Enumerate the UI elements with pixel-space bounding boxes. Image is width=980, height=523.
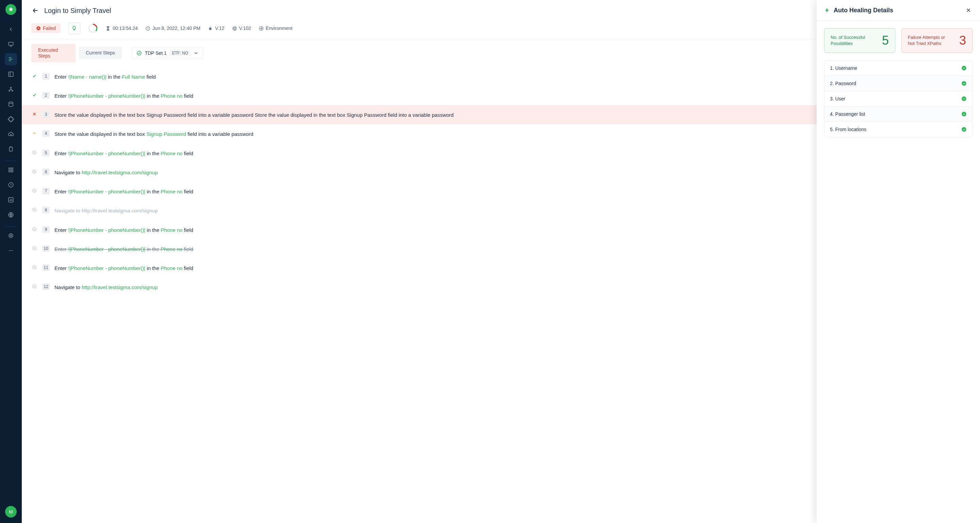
tdp-selector[interactable]: TDP Set 1 ETF: NO: [131, 47, 204, 59]
progress-ring: [88, 23, 98, 33]
avatar[interactable]: M: [5, 506, 17, 518]
step-status-icon: [31, 73, 37, 78]
app-logo[interactable]: [5, 4, 16, 15]
arrow-left-icon: [32, 7, 39, 14]
success-stat-card: No. of Successful Possbilities 5: [824, 28, 895, 53]
check-circle-icon: [961, 96, 967, 102]
etf-badge: ETF: NO: [169, 50, 191, 56]
heal-item[interactable]: 3. User: [824, 91, 972, 107]
step-link[interactable]: Phone no: [161, 246, 182, 252]
step-link[interactable]: !|PhoneNumber - phoneNumber()|: [68, 189, 145, 195]
environment[interactable]: Environment: [259, 26, 293, 31]
step-status-icon: [31, 227, 37, 231]
tab-executed-steps[interactable]: Executed Steps: [31, 44, 76, 62]
step-link[interactable]: !|PhoneNumber - phoneNumber()|: [68, 150, 145, 156]
drawer-stats: No. of Successful Possbilities 5 Failure…: [817, 21, 980, 60]
check-circle-icon: [961, 127, 967, 132]
datetime: Jun 8, 2022, 12:40 PM: [145, 26, 200, 31]
step-status-icon: [31, 169, 37, 174]
target-icon: [8, 233, 14, 239]
heal-item-label: 2. Password: [830, 81, 856, 86]
os-version: V.12: [208, 26, 224, 31]
clock-icon: [145, 26, 150, 31]
step-link[interactable]: !|PhoneNumber - phoneNumber()|: [68, 93, 145, 99]
heal-item-label: 4. Passenger list: [830, 112, 865, 117]
hint-button[interactable]: [68, 22, 80, 34]
svg-point-39: [962, 66, 966, 70]
sidebar-panels[interactable]: [5, 68, 17, 80]
sidebar-divider: [5, 161, 16, 161]
svg-rect-8: [11, 168, 13, 169]
success-stat-label: No. of Successful Possbilities: [830, 34, 872, 46]
heal-item[interactable]: 1. Username: [824, 60, 972, 76]
svg-point-18: [12, 250, 13, 251]
sidebar-runs[interactable]: [5, 53, 17, 65]
page-title: Login to Simply Travel: [44, 7, 929, 14]
step-link[interactable]: Phone no: [161, 93, 182, 99]
sidebar-back[interactable]: [5, 23, 17, 35]
sidebar-reports[interactable]: [5, 143, 17, 155]
step-link[interactable]: !|PhoneNumber - phoneNumber()|: [68, 227, 145, 233]
fail-stat-card: Failure Attempts or Not Tried XPaths 3: [901, 28, 972, 53]
sidebar-more[interactable]: [5, 244, 17, 257]
heal-item[interactable]: 4. Passenger list: [824, 106, 972, 122]
success-stat-value: 5: [882, 33, 889, 48]
heal-item[interactable]: 2. Password: [824, 76, 972, 91]
sidebar-globe[interactable]: [5, 209, 17, 221]
sidebar-activity[interactable]: [5, 179, 17, 191]
sidebar-dashboard[interactable]: [5, 38, 17, 50]
os-version-value: V.12: [215, 26, 224, 31]
svg-rect-7: [9, 168, 11, 169]
status-label: Failed: [43, 26, 56, 31]
sidebar-apps[interactable]: [5, 164, 17, 176]
database-icon: [8, 101, 14, 107]
step-link[interactable]: !|PhoneNumber - phoneNumber()|: [68, 265, 145, 271]
svg-rect-6: [10, 147, 13, 151]
step-link[interactable]: Phone no: [161, 265, 182, 271]
step-link[interactable]: http://travel.testsigma.com/signup: [82, 284, 158, 290]
step-status-icon: [31, 188, 37, 193]
step-link[interactable]: Full Name: [122, 74, 145, 80]
step-number: 10: [42, 245, 50, 252]
step-link[interactable]: http://travel.testsigma.com/signup: [82, 169, 158, 175]
sidebar-plugins[interactable]: [5, 113, 17, 125]
svg-point-2: [9, 90, 10, 91]
back-button[interactable]: [31, 6, 40, 14]
step-link[interactable]: Signup Password: [146, 131, 186, 137]
step-link[interactable]: Phone no: [161, 227, 182, 233]
clipboard-icon: [8, 146, 14, 152]
puzzle-icon: [8, 116, 14, 122]
auto-heal-drawer: Auto Healing Details No. of Successful P…: [817, 0, 980, 523]
svg-rect-10: [11, 171, 13, 172]
step-link[interactable]: Phone no: [161, 150, 182, 156]
svg-point-4: [11, 87, 11, 88]
step-number: 3: [42, 111, 50, 118]
sidebar-analytics[interactable]: [5, 194, 17, 206]
drawer-close-button[interactable]: [964, 6, 972, 14]
heal-item[interactable]: 5. From locations: [824, 121, 972, 137]
bolt-icon: [824, 7, 830, 13]
sidebar-network[interactable]: [5, 83, 17, 95]
step-link[interactable]: !|PhoneNumber - phoneNumber()|: [68, 246, 145, 252]
sidebar-upload[interactable]: [5, 128, 17, 140]
tdp-label: TDP Set 1: [145, 50, 166, 56]
monitor-icon: [8, 41, 14, 47]
step-number: 5: [42, 150, 50, 156]
network-icon: [8, 86, 14, 92]
duration-value: 00:13:54.24: [113, 26, 138, 31]
sidebar-data[interactable]: [5, 98, 17, 110]
heal-list: 1. Username2. Password3. User4. Passenge…: [817, 60, 980, 137]
heal-item-label: 1. Username: [830, 65, 857, 71]
step-link[interactable]: !|Name - name()|: [68, 74, 107, 80]
steps-icon: [8, 56, 14, 62]
sidebar-divider-2: [5, 226, 16, 227]
step-link[interactable]: Phone no: [161, 189, 182, 195]
tab-current-steps[interactable]: Current Steps: [79, 47, 122, 59]
status-badge: Failed: [31, 24, 60, 33]
svg-rect-9: [9, 171, 11, 172]
svg-point-40: [962, 81, 966, 86]
heal-item-label: 3. User: [830, 96, 845, 102]
sidebar-target[interactable]: [5, 230, 17, 242]
step-number: 7: [42, 188, 50, 195]
check-circle-icon: [137, 50, 142, 56]
